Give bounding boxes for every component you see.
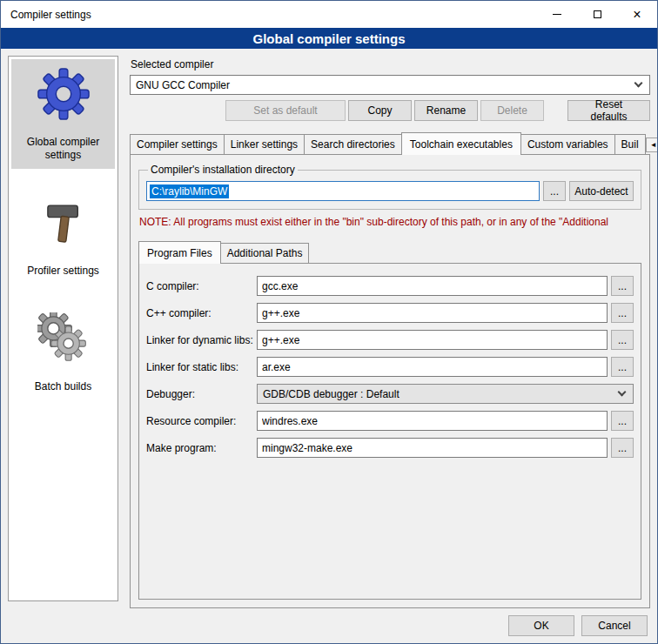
close-button[interactable]: ×: [617, 1, 657, 28]
chevron-down-icon: [634, 79, 643, 88]
auto-detect-button[interactable]: Auto-detect: [569, 181, 634, 201]
tab-program-files[interactable]: Program Files: [138, 241, 221, 264]
resource-compiler-label: Resource compiler:: [146, 415, 257, 427]
tab-custom-variables[interactable]: Custom variables: [520, 134, 615, 154]
toolchain-executables-pane: Compiler's installation directory C:\ray…: [130, 154, 650, 608]
tab-scrollers: ◄ ►: [646, 138, 658, 154]
make-program-input[interactable]: [257, 438, 608, 458]
field-row-resource-compiler: Resource compiler: ...: [146, 411, 634, 431]
page-title: Global compiler settings: [1, 28, 657, 49]
installation-directory-group: Compiler's installation directory C:\ray…: [138, 164, 641, 210]
gray-gears-icon: [36, 311, 91, 366]
linker-static-label: Linker for static libs:: [146, 361, 257, 373]
c-compiler-input[interactable]: [257, 276, 608, 296]
field-row-linker-static: Linker for static libs: ...: [146, 357, 634, 377]
selected-compiler-dropdown[interactable]: GNU GCC Compiler: [130, 75, 650, 95]
chevron-down-icon: [618, 388, 627, 397]
set-as-default-button: Set as default: [225, 100, 346, 121]
make-program-browse-button[interactable]: ...: [611, 438, 634, 458]
window-title: Compiler settings: [1, 9, 91, 21]
tab-linker-settings[interactable]: Linker settings: [224, 134, 305, 154]
copy-button[interactable]: Copy: [348, 100, 412, 121]
program-files-pane: C compiler: ... C++ compiler: ... Linker…: [138, 263, 641, 600]
maximize-icon: [594, 10, 601, 18]
sidebar-item-label: Profiler settings: [27, 265, 99, 278]
tab-toolchain-executables[interactable]: Toolchain executables: [401, 132, 521, 155]
tab-additional-paths[interactable]: Additional Paths: [220, 243, 310, 263]
tab-scroll-left-icon[interactable]: ◄: [646, 138, 658, 152]
linker-dynamic-input[interactable]: [257, 330, 608, 350]
settings-tabstrip: Compiler settings Linker settings Search…: [130, 132, 650, 154]
compiler-actions: Set as default Copy Rename Delete Reset …: [130, 100, 650, 121]
field-row-cpp-compiler: C++ compiler: ...: [146, 303, 634, 323]
linker-static-browse-button[interactable]: ...: [611, 357, 634, 377]
field-row-linker-dynamic: Linker for dynamic libs: ...: [146, 330, 634, 350]
installation-directory-label: Compiler's installation directory: [148, 164, 298, 176]
sidebar-item-label: Global compiler settings: [13, 136, 113, 162]
dialog-footer: OK Cancel: [1, 608, 657, 643]
install-dir-browse-button[interactable]: ...: [543, 181, 566, 201]
cancel-button[interactable]: Cancel: [581, 615, 648, 636]
resource-compiler-input[interactable]: [257, 411, 608, 431]
selected-compiler-label: Selected compiler: [131, 58, 650, 70]
minimize-button[interactable]: [537, 1, 577, 28]
make-program-label: Make program:: [146, 442, 257, 454]
field-row-make-program: Make program: ...: [146, 438, 634, 458]
linker-dynamic-label: Linker for dynamic libs:: [146, 334, 257, 346]
sidebar-item-global-compiler-settings[interactable]: Global compiler settings: [11, 59, 115, 169]
titlebar: Compiler settings ×: [1, 1, 657, 28]
c-compiler-label: C compiler:: [146, 280, 257, 292]
program-files-tabstrip: Program Files Additional Paths: [138, 241, 641, 263]
delete-button: Delete: [480, 100, 544, 121]
main-panel: Selected compiler GNU GCC Compiler Set a…: [130, 56, 650, 608]
linker-dynamic-browse-button[interactable]: ...: [611, 330, 634, 350]
debugger-dropdown[interactable]: GDB/CDB debugger : Default: [257, 384, 634, 404]
install-dir-input[interactable]: C:\raylib\MinGW: [146, 181, 540, 201]
debugger-label: Debugger:: [146, 388, 257, 400]
tab-compiler-settings[interactable]: Compiler settings: [130, 134, 225, 154]
cpp-compiler-browse-button[interactable]: ...: [611, 303, 634, 323]
installation-directory-row: C:\raylib\MinGW ... Auto-detect: [146, 181, 634, 201]
reset-defaults-button[interactable]: Reset defaults: [567, 100, 650, 121]
tab-search-directories[interactable]: Search directories: [304, 134, 402, 154]
cpp-compiler-label: C++ compiler:: [146, 307, 257, 319]
minimize-icon: [553, 14, 561, 15]
window-controls: ×: [537, 1, 657, 28]
field-row-c-compiler: C compiler: ...: [146, 276, 634, 296]
rename-button[interactable]: Rename: [414, 100, 478, 121]
sidebar-item-label: Batch builds: [35, 380, 91, 393]
ok-button[interactable]: OK: [508, 615, 574, 636]
compiler-settings-window: Compiler settings × Global compiler sett…: [0, 0, 658, 644]
resource-compiler-browse-button[interactable]: ...: [611, 411, 634, 431]
blue-gear-icon: [36, 66, 91, 122]
close-icon: ×: [633, 8, 641, 22]
cpp-compiler-input[interactable]: [257, 303, 608, 323]
sidebar-item-profiler-settings[interactable]: Profiler settings: [11, 188, 115, 285]
settings-category-sidebar: Global compiler settings Profiler settin…: [8, 56, 118, 601]
sidebar-item-batch-builds[interactable]: Batch builds: [11, 304, 115, 400]
c-compiler-browse-button[interactable]: ...: [611, 276, 634, 296]
install-dir-selected-text: C:\raylib\MinGW: [150, 184, 229, 198]
field-row-debugger: Debugger: GDB/CDB debugger : Default: [146, 384, 634, 404]
debugger-value: GDB/CDB debugger : Default: [263, 388, 400, 400]
bin-subdirectory-note: NOTE: All programs must exist either in …: [139, 216, 641, 228]
tab-build-options-truncated[interactable]: Buil: [614, 134, 646, 154]
linker-static-input[interactable]: [257, 357, 608, 377]
selected-compiler-value: GNU GCC Compiler: [136, 79, 230, 91]
maximize-button[interactable]: [577, 1, 617, 28]
profiler-tool-icon: [36, 195, 91, 251]
dialog-body: Global compiler settings Profiler settin…: [1, 49, 657, 608]
